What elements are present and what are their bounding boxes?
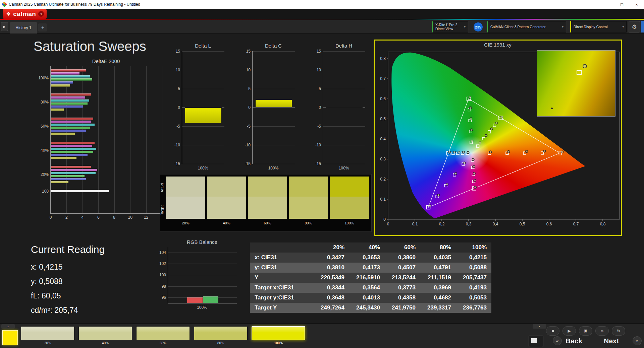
add-tab-button[interactable]: + — [38, 23, 47, 31]
deltae-group-label: 60% — [33, 124, 49, 129]
workspace: Saturation Sweeps DeltaE 2000 0246810121… — [0, 33, 644, 323]
title-bar: Calman 2025 Calman Ultimate for Business… — [0, 0, 644, 9]
actual-swatch — [289, 177, 328, 197]
measured-point — [525, 150, 528, 153]
delta-y-tick-label: 0 — [170, 105, 180, 110]
cie-x-tick-label: 0 — [387, 222, 389, 226]
measurement-results-table: 20%40%60%80%100%x: CIE310,34270,36530,38… — [250, 242, 491, 313]
inset-dot-marker — [551, 108, 553, 109]
measured-point — [470, 129, 473, 131]
link-button[interactable]: ∞ — [595, 326, 609, 336]
page-title: Saturation Sweeps — [34, 39, 146, 54]
cell-value: 0,3969 — [420, 283, 456, 293]
deltae-bar — [51, 75, 90, 78]
meter-dropdown[interactable]: X-Rite i1Pro 2 Direct View ▾ — [432, 21, 468, 32]
deltae-x-tick-label: 12 — [142, 215, 150, 220]
measured-point — [490, 128, 493, 130]
column-header: 20% — [314, 242, 349, 253]
deltae-bar — [51, 175, 85, 177]
previous-page-button[interactable]: « — [553, 336, 562, 345]
layout-picker-button[interactable] — [529, 336, 543, 347]
nav-arrow-button[interactable]: ▶ — [1, 22, 8, 31]
delta-grid-line — [253, 89, 295, 89]
column-header: 100% — [456, 242, 491, 253]
delta-y-tick-label: -5 — [240, 124, 251, 129]
cell-value: 0,3648 — [314, 293, 349, 303]
x-axis-label: 100% — [252, 166, 294, 170]
delta-y-tick-label: 5 — [311, 86, 321, 91]
saturation-step-swatches: 20%40%60%80%100% — [21, 326, 305, 345]
collapse-right-button[interactable]: ▴ — [533, 324, 546, 329]
delta-y-tick-label: 5 — [240, 86, 251, 91]
deltae-bar — [51, 145, 92, 147]
deltae-bar — [51, 102, 88, 105]
measured-point — [458, 151, 460, 153]
deltae-grid-line — [146, 66, 147, 213]
cell-value: 216,5910 — [349, 273, 385, 283]
cell-value: 245,3430 — [349, 303, 385, 313]
target-swatch — [166, 197, 205, 219]
target-point — [488, 131, 491, 133]
meter-count-badge[interactable]: 235 — [474, 22, 483, 31]
cie-y-tick-label: 0,5 — [380, 117, 386, 121]
window-controls: — □ × — [600, 0, 644, 9]
minimize-button[interactable]: — — [600, 0, 614, 9]
delta-value-bar — [326, 108, 363, 108]
rgb-red-bar — [187, 297, 203, 303]
deltae-plot-area: 02468101214100%80%60%40%20%100 — [50, 66, 162, 214]
logo-dropdown-caret-icon[interactable]: ▾ — [38, 11, 44, 17]
cell-value: 0,4791 — [420, 263, 456, 273]
next-page-button[interactable]: » — [633, 336, 642, 345]
bottom-swatch-40%[interactable]: 40% — [78, 326, 132, 345]
play-button[interactable]: ▶ — [562, 326, 576, 336]
rgb-y-tick-label: 100 — [156, 273, 166, 277]
swatch-color — [78, 326, 132, 340]
chart-title: Delta C — [252, 43, 294, 49]
bottom-swatch-60%[interactable]: 60% — [136, 326, 190, 345]
cie-y-tick-label: 0,2 — [380, 177, 386, 182]
bottom-swatch-100%[interactable]: 100% — [252, 326, 305, 345]
chart-title: Delta H — [323, 43, 365, 49]
stop-button[interactable]: ■ — [546, 326, 559, 336]
cell-value: 0,3564 — [349, 283, 385, 293]
cell-value: 0,3427 — [314, 253, 349, 263]
target-point — [477, 145, 479, 147]
bottom-swatch-20%[interactable]: 20% — [21, 326, 74, 345]
swatch-label: 20% — [21, 341, 74, 345]
actual-swatch — [166, 177, 205, 197]
settings-gear-icon[interactable]: ⚙ — [629, 21, 640, 32]
collapse-left-button[interactable]: ▴ — [1, 324, 15, 329]
pattern-generator-label: CalMAN Client 3 Pattern Generator — [490, 25, 546, 29]
rgb-y-tick-label: 102 — [156, 261, 166, 266]
deltae-grid-line — [130, 66, 130, 213]
delta-grid-line — [253, 51, 295, 52]
cell-value: 220,5349 — [314, 273, 349, 283]
tab-history-1[interactable]: History 1 — [10, 22, 37, 33]
bottom-swatch-80%[interactable]: 80% — [194, 326, 248, 345]
transport-controls: ■▶▣∞↻ — [546, 326, 625, 336]
saturation-swatch-column: 60% — [248, 177, 287, 225]
cell-value: 0,4035 — [420, 253, 456, 263]
swatch-label: 20% — [166, 221, 205, 225]
cell-value: 0,3810 — [314, 263, 349, 273]
close-button[interactable]: × — [629, 0, 644, 9]
next-button[interactable]: Next — [604, 337, 619, 345]
edge-panel-button[interactable] — [641, 21, 644, 32]
display-control-label: Direct Display Control — [574, 25, 608, 29]
delta-grid-line — [182, 126, 224, 127]
refresh-button[interactable]: ↻ — [612, 326, 625, 336]
measured-point — [470, 118, 472, 120]
maximize-button[interactable]: □ — [614, 0, 629, 9]
cie-x-tick-label: 0,7 — [573, 222, 579, 226]
save-button[interactable]: ▣ — [579, 326, 592, 336]
calman-logo-menu[interactable]: ❖ calman ▾ — [3, 9, 47, 19]
pattern-generator-dropdown[interactable]: CalMAN Client 3 Pattern Generator ▾ — [487, 21, 566, 32]
delta-c-chart: Delta C 151050-5-10-15 100% — [237, 43, 301, 170]
delta-grid-line — [253, 108, 295, 108]
cie-x-tick-label: 0,2 — [439, 222, 445, 226]
back-button[interactable]: Back — [566, 337, 582, 345]
display-control-dropdown[interactable]: Direct Display Control ▾ — [570, 21, 627, 32]
cie-plot-area: 00,10,20,30,40,50,60,70,800,10,20,30,40,… — [375, 41, 621, 233]
deltae-bar — [51, 69, 86, 72]
saturation-swatch-panel: Actual Target 20%40%60%80%100% — [160, 174, 372, 232]
